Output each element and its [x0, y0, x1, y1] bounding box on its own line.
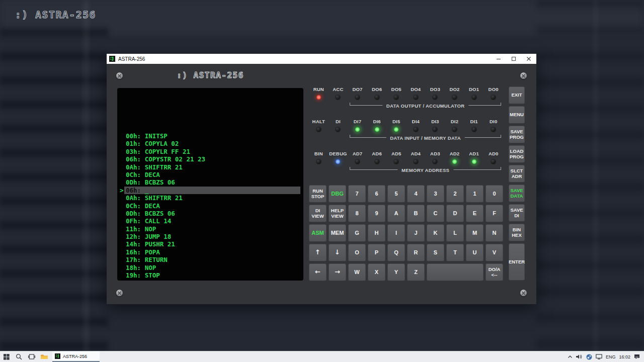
- start-button[interactable]: [0, 351, 13, 362]
- led-indicator: [355, 95, 360, 100]
- key-v[interactable]: V: [486, 244, 503, 261]
- app-icon: [109, 56, 115, 62]
- key-q[interactable]: Q: [387, 244, 405, 261]
- window-titlebar[interactable]: ASTRA-256: [107, 54, 536, 64]
- key-1[interactable]: 1: [466, 185, 484, 203]
- led-indicator: [414, 127, 418, 132]
- terminal-line: 01h: COPYLA 02: [117, 140, 303, 147]
- bin-hex-button[interactable]: BIN HEX: [509, 224, 525, 241]
- key-arrow-left[interactable]: ←: [309, 263, 327, 281]
- bracket-label: DATA INPUT / MEMORY DATA: [386, 135, 465, 141]
- task-view-button[interactable]: [25, 351, 38, 362]
- led-cell-ad0: [484, 157, 503, 165]
- key-b[interactable]: B: [407, 205, 425, 222]
- key-space[interactable]: [427, 263, 484, 281]
- key-arrow-up[interactable]: ↑: [309, 244, 327, 261]
- bank-input-memory-data: HALTDIDI7DI6DI5DI4DI3DI2DI1DI0DATA INPUT…: [309, 119, 503, 138]
- key-n[interactable]: N: [486, 224, 503, 242]
- key-h[interactable]: H: [368, 224, 385, 242]
- key-u[interactable]: U: [466, 244, 484, 261]
- key-arrow-down[interactable]: ↓: [329, 244, 346, 261]
- key-e[interactable]: E: [466, 205, 484, 222]
- key-r[interactable]: R: [407, 244, 425, 261]
- load-prog-button[interactable]: LOAD PROG: [509, 145, 525, 163]
- led-cell-di7: [348, 125, 367, 133]
- key-mem[interactable]: MEM: [329, 224, 346, 242]
- key-t[interactable]: T: [446, 244, 464, 261]
- key-y[interactable]: Y: [387, 263, 405, 281]
- save-prog-button[interactable]: SAVE PROG: [509, 126, 525, 143]
- led-cell-halt: [309, 125, 329, 133]
- notification-center-icon[interactable]: [634, 354, 640, 359]
- key-dbg[interactable]: DBG: [329, 185, 346, 203]
- group-bracket: MEMORY ADDRESS: [350, 167, 501, 170]
- key-7[interactable]: 7: [348, 185, 366, 203]
- slct-adr-button[interactable]: SLCT ADR: [509, 165, 525, 183]
- tray-chevron-up-icon[interactable]: [568, 355, 573, 359]
- tray-language[interactable]: ENG: [606, 354, 616, 359]
- key-m[interactable]: M: [466, 224, 484, 242]
- key-4[interactable]: 4: [407, 185, 425, 203]
- key-o[interactable]: O: [348, 244, 366, 261]
- key-6[interactable]: 6: [368, 185, 385, 203]
- exit-button[interactable]: EXIT: [509, 86, 525, 104]
- taskbar-app-astra[interactable]: ASTRA-256: [52, 351, 100, 362]
- key-p[interactable]: P: [368, 244, 385, 261]
- key-j[interactable]: J: [407, 224, 425, 242]
- led-cell-di3: [426, 125, 445, 133]
- key-s[interactable]: S: [427, 244, 444, 261]
- key-i[interactable]: I: [387, 224, 405, 242]
- key-l[interactable]: L: [446, 224, 464, 242]
- screw-icon: [116, 72, 123, 79]
- key-d[interactable]: D: [446, 205, 464, 222]
- key-do-a[interactable]: DO/A <--: [486, 263, 503, 281]
- key-run-stop[interactable]: RUN STOP: [309, 185, 327, 203]
- key-k[interactable]: K: [427, 224, 444, 242]
- key-x[interactable]: X: [368, 263, 385, 281]
- file-explorer-button[interactable]: [38, 351, 50, 362]
- key-f[interactable]: F: [486, 205, 503, 222]
- save-data-button[interactable]: SAVE DATA: [509, 185, 525, 202]
- led-cell-di: [329, 125, 348, 133]
- front-panel: :) ASTRA-256 00h: INITSP01h: COPYLA 0203…: [107, 64, 536, 304]
- led-cell-ad3: [426, 157, 445, 165]
- led-cell-run: [309, 93, 329, 101]
- terminal-line: 12h: JUMP 18: [117, 233, 303, 240]
- minimize-button[interactable]: [491, 54, 506, 64]
- led-label-ad0: AD0: [484, 151, 503, 157]
- key-c[interactable]: C: [427, 205, 444, 222]
- task-view-icon: [28, 354, 35, 359]
- windows-logo-icon: [4, 354, 10, 360]
- tray-app-circle-icon[interactable]: [586, 354, 592, 360]
- led-label-do2: DO2: [445, 86, 464, 93]
- key-3[interactable]: 3: [427, 185, 444, 203]
- key-8[interactable]: 8: [348, 205, 366, 222]
- search-button[interactable]: [13, 351, 25, 362]
- key-w[interactable]: W: [348, 263, 366, 281]
- tray-volume-icon[interactable]: [576, 354, 583, 359]
- led-cell-do3: [426, 93, 445, 101]
- terminal-line: 0Dh: BCBZS 06: [117, 210, 303, 217]
- maximize-button[interactable]: [506, 54, 521, 64]
- key-arrow-right[interactable]: →: [329, 263, 346, 281]
- key-help-view[interactable]: HELP VIEW: [329, 205, 346, 222]
- close-button[interactable]: [521, 54, 536, 64]
- key-di-view[interactable]: DI VIEW: [309, 205, 327, 222]
- tray-clock[interactable]: 16:02: [619, 354, 630, 359]
- led-label-di7: DI7: [348, 119, 367, 125]
- led-label-ad2: AD2: [445, 151, 464, 157]
- key-2[interactable]: 2: [446, 185, 464, 203]
- enter-button[interactable]: ENTER: [509, 243, 525, 281]
- key-g[interactable]: G: [348, 224, 366, 242]
- key-0[interactable]: 0: [486, 185, 503, 203]
- key-9[interactable]: 9: [368, 205, 385, 222]
- key-asm[interactable]: ASM: [309, 224, 327, 242]
- key-5[interactable]: 5: [387, 185, 405, 203]
- key-a[interactable]: A: [387, 205, 405, 222]
- led-panel: RUNACCDO7DO6DO5DO4DO3DO2DO1DO0DATA OUTPU…: [309, 86, 503, 183]
- tray-network-icon[interactable]: [596, 354, 602, 359]
- menu-button[interactable]: MENU: [509, 106, 525, 124]
- save-di-button[interactable]: SAVE DI: [509, 204, 525, 222]
- key-z[interactable]: Z: [407, 263, 425, 281]
- terminal-line: 18h: NOP: [117, 264, 303, 272]
